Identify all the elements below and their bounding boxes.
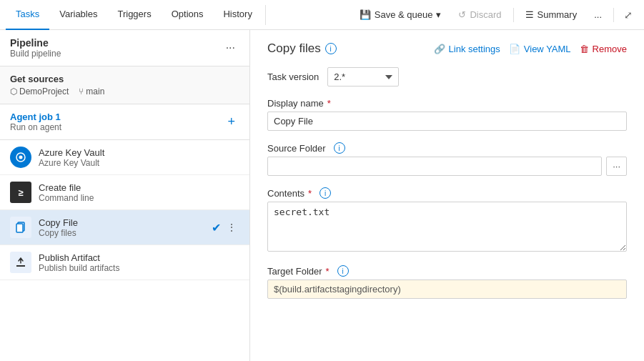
top-nav: Tasks Variables Triggers Options History… — [0, 0, 644, 30]
task-sub-cmd: Command line — [39, 193, 239, 203]
main-layout: Pipeline Build pipeline ··· Get sources … — [0, 30, 644, 361]
save-queue-label: Save & queue — [375, 9, 433, 20]
task-info-publish: Publish Artifact Publish build artifacts — [39, 252, 239, 273]
task-version-select[interactable]: 2.* 1.* — [327, 67, 399, 86]
contents-textarea[interactable]: secret.txt — [267, 202, 627, 252]
view-yaml-button[interactable]: 📄 View YAML — [509, 44, 571, 54]
contents-label: Contents * i — [267, 187, 627, 199]
branch-meta: ⑂ main — [79, 86, 104, 97]
branch-icon: ⑂ — [79, 86, 84, 97]
more-button[interactable]: ... — [587, 6, 609, 23]
target-folder-info-icon[interactable]: i — [337, 265, 349, 277]
task-name-vault: Azure Key Vault — [39, 147, 239, 158]
display-name-required: * — [327, 98, 331, 109]
project-label: DemoProject — [19, 86, 69, 97]
target-folder-label: Target Folder * i — [267, 265, 627, 277]
toolbar-sep2 — [613, 8, 614, 22]
copy-task-menu-button[interactable]: ⋮ — [224, 220, 239, 234]
display-name-input[interactable] — [267, 112, 627, 131]
display-name-row: Display name * — [267, 98, 627, 131]
nav-divider — [265, 5, 266, 25]
contents-info-icon[interactable]: i — [319, 187, 331, 199]
expand-icon: ⤢ — [624, 9, 633, 21]
discard-label: Discard — [470, 9, 501, 20]
project-icon: ⬡ — [10, 86, 17, 97]
pipeline-subtitle: Build pipeline — [10, 49, 61, 59]
task-name-copy: Copy File — [39, 217, 204, 228]
copy-icon — [10, 217, 31, 238]
project-meta: ⬡ DemoProject — [10, 86, 69, 97]
source-folder-info-icon[interactable]: i — [334, 142, 345, 154]
cmd-symbol: ≥ — [18, 187, 23, 198]
title-info-icon[interactable]: i — [325, 43, 337, 54]
target-folder-required: * — [326, 266, 330, 277]
task-info-copy: Copy File Copy files — [39, 217, 204, 238]
link-settings-button[interactable]: 🔗 Link settings — [434, 44, 500, 54]
svg-point-1 — [19, 156, 23, 159]
display-name-label: Display name * — [267, 98, 627, 109]
trash-icon: 🗑 — [580, 44, 589, 54]
contents-required: * — [308, 188, 312, 199]
yaml-icon: 📄 — [509, 44, 520, 54]
discard-button[interactable]: ↺ Discard — [451, 6, 508, 23]
chevron-down-icon: ▾ — [436, 9, 441, 20]
task-item-publish-artifact[interactable]: Publish Artifact Publish build artifacts — [0, 245, 249, 280]
toolbar: 💾 Save & queue ▾ ↺ Discard ☰ Summary ...… — [352, 6, 638, 24]
lines-icon: ☰ — [525, 9, 534, 20]
link-settings-label: Link settings — [449, 44, 500, 54]
agent-job-header: Agent job 1 Run on agent + — [0, 104, 249, 140]
expand-button[interactable]: ⤢ — [618, 6, 638, 24]
agent-job-subtitle: Run on agent — [10, 122, 61, 132]
target-folder-row: Target Folder * i — [267, 265, 627, 299]
tab-variables[interactable]: Variables — [49, 0, 107, 30]
task-item-create-file[interactable]: ≥ Create file Command line — [0, 175, 249, 210]
tab-tasks[interactable]: Tasks — [6, 0, 49, 30]
content-actions: 🔗 Link settings 📄 View YAML 🗑 Remove — [434, 44, 627, 54]
source-folder-input[interactable] — [267, 157, 602, 176]
get-sources-meta: ⬡ DemoProject ⑂ main — [10, 86, 239, 97]
publish-icon — [10, 252, 31, 273]
pipeline-header: Pipeline Build pipeline ··· — [0, 30, 249, 66]
pipeline-menu-button[interactable]: ··· — [222, 40, 239, 56]
pipeline-info: Pipeline Build pipeline — [10, 37, 61, 59]
task-version-label: Task version — [267, 71, 319, 82]
sidebar: Pipeline Build pipeline ··· Get sources … — [0, 30, 250, 361]
content-title: Copy files — [267, 41, 321, 56]
content-area: Copy files i 🔗 Link settings 📄 View YAML… — [250, 30, 644, 361]
tab-triggers[interactable]: Triggers — [107, 0, 161, 30]
task-name-cmd: Create file — [39, 182, 239, 193]
view-yaml-label: View YAML — [524, 44, 571, 54]
task-sub-publish: Publish build artifacts — [39, 263, 239, 273]
remove-button[interactable]: 🗑 Remove — [580, 44, 627, 54]
task-item-azure-key-vault[interactable]: Azure Key Vault Azure Key Vault — [0, 140, 249, 175]
source-folder-browse-button[interactable]: ··· — [606, 157, 627, 176]
task-info-cmd: Create file Command line — [39, 182, 239, 203]
tab-history[interactable]: History — [213, 0, 262, 30]
svg-rect-3 — [16, 224, 23, 232]
source-folder-row: Source Folder i ··· — [267, 142, 627, 176]
pipeline-title: Pipeline — [10, 37, 61, 49]
target-folder-input[interactable] — [267, 280, 627, 299]
agent-job-title: Agent job 1 — [10, 112, 61, 122]
summary-label: Summary — [538, 9, 578, 20]
task-sub-copy: Copy files — [39, 228, 204, 238]
undo-icon: ↺ — [458, 9, 466, 20]
tab-options[interactable]: Options — [162, 0, 214, 30]
task-version-row: Task version 2.* 1.* — [267, 67, 627, 86]
cmd-icon: ≥ — [10, 182, 31, 203]
task-item-copy-file[interactable]: Copy File Copy files ✔ ⋮ — [0, 210, 249, 245]
summary-button[interactable]: ☰ Summary — [518, 6, 585, 23]
source-folder-label: Source Folder i — [267, 142, 627, 154]
task-sub-vault: Azure Key Vault — [39, 158, 239, 168]
content-header: Copy files i 🔗 Link settings 📄 View YAML… — [267, 41, 627, 56]
task-info-vault: Azure Key Vault Azure Key Vault — [39, 147, 239, 168]
task-right-copy: ✔ ⋮ — [212, 220, 239, 234]
save-queue-button[interactable]: 💾 Save & queue ▾ — [352, 6, 449, 23]
add-task-button[interactable]: + — [223, 113, 239, 131]
link-icon: 🔗 — [434, 44, 445, 54]
remove-label: Remove — [593, 44, 627, 54]
get-sources-section: Get sources ⬡ DemoProject ⑂ main — [0, 66, 249, 104]
save-icon: 💾 — [360, 9, 371, 20]
source-folder-wrap: ··· — [267, 157, 627, 176]
nav-tabs: Tasks Variables Triggers Options History — [6, 0, 262, 30]
